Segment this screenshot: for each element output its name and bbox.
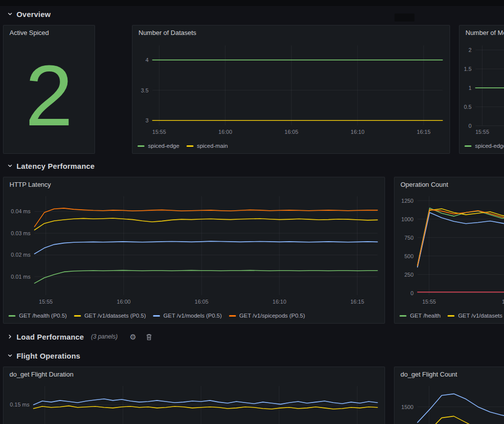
legend-item-get-v1-models-p0-5[interactable]: GET /v1/models (P0.5) — [153, 313, 222, 319]
y-tick-label: 3.5 — [141, 87, 148, 93]
legend-item-get-v1-spicepods-p0-5[interactable]: GET /v1/spicepods (P0.5) — [229, 313, 305, 319]
x-tick-label: 16:10 — [350, 129, 364, 135]
trash-icon[interactable] — [146, 333, 152, 341]
y-tick-label: 1 — [468, 85, 472, 91]
x-tick-label: 16:05 — [284, 129, 298, 135]
x-tick-label: 16:05 — [194, 299, 208, 305]
http_latency-canvas: 15:5516:0016:0516:1016:150.01 ms0.02 ms0… — [4, 191, 384, 308]
legend-http-latency: GET /health (P0.5)GET /v1/datasets (P0.5… — [8, 311, 384, 321]
section-label-flight: Flight Operations — [16, 352, 80, 360]
chart-http-latency[interactable]: 15:5516:0016:0516:1016:150.01 ms0.02 ms0… — [4, 191, 384, 308]
legend-item-get-v1-datasets-p0-5[interactable]: GET /v1/datasets (P0.5) — [74, 313, 146, 319]
panel-number-of-datasets: Number of Datasets 15:5516:0016:0516:101… — [132, 25, 450, 154]
legend-swatch — [8, 315, 16, 317]
series-line — [34, 399, 378, 405]
series-line — [418, 208, 504, 265]
chart-number-of-datasets[interactable]: 15:5516:0016:0516:1016:1533.54 — [132, 39, 450, 138]
section-row-overview[interactable]: Overview — [7, 7, 50, 20]
panel-http-latency: HTTP Latency 15:5516:0016:0516:1016:150.… — [3, 177, 385, 324]
section-panel-count: (3 panels) — [91, 333, 118, 340]
chart-do-get-flight-count[interactable]: 15:5516:0016:0516:1016:15050010001500 — [394, 381, 504, 424]
series-line — [34, 208, 378, 227]
top-right-artifact — [394, 13, 414, 21]
y-tick-label: 250 — [404, 272, 414, 278]
legend-label: GET /v1/datasets (P0.5) — [84, 313, 146, 319]
series-line — [418, 416, 504, 424]
legend-item-get-health-p0-5[interactable]: GET /health (P0.5) — [8, 313, 67, 319]
y-tick-label: 1250 — [402, 198, 414, 204]
datasets-canvas: 15:5516:0016:0516:1016:1533.54 — [132, 39, 450, 138]
series-line — [418, 394, 504, 423]
stat-value: 2 — [4, 37, 94, 153]
legend-label: GET /v1/datasets — [458, 313, 502, 319]
x-tick-label: 15:55 — [422, 299, 436, 305]
y-tick-label: 0.5 — [464, 104, 472, 110]
section-row-load[interactable]: Load Performance (3 panels) ⚙ — [7, 330, 152, 343]
legend-label: GET /health — [410, 313, 440, 319]
chevron-down-icon — [7, 11, 13, 17]
y-tick-label: 0.01 ms — [11, 274, 31, 280]
models-canvas: 15:5516:0016:0516:1016:1500.511.52 — [460, 39, 504, 138]
y-tick-label: 1000 — [402, 216, 414, 222]
panel-do-get-flight-count: do_get Flight Count 15:5516:0016:0516:10… — [394, 367, 504, 424]
legend-swatch — [400, 315, 406, 317]
legend-swatch — [448, 315, 454, 317]
panel-number-of-models: Number of Models 15:5516:0016:0516:1016:… — [459, 25, 504, 154]
legend-label: GET /health (P0.5) — [19, 313, 67, 319]
legend-item-get-v1-datasets[interactable]: GET /v1/datasets — [448, 313, 502, 319]
legend-label: GET /v1/models (P0.5) — [164, 313, 222, 319]
y-tick-label: 1.5 — [464, 66, 472, 72]
x-tick-label: 15:55 — [152, 129, 166, 135]
series-line — [34, 218, 378, 230]
legend-number-of-datasets: spiced-edgespiced-main — [138, 141, 450, 151]
section-label-load: Load Performance — [16, 333, 84, 341]
legend-swatch — [74, 315, 81, 317]
panel-title-do-get-flight-count[interactable]: do_get Flight Count — [394, 367, 504, 381]
y-tick-label: 750 — [404, 235, 414, 241]
y-tick-label: 0.04 ms — [11, 208, 31, 214]
top-bar — [0, 0, 504, 6]
grafana-dashboard: Overview Active Spiced 2 Number of Datas… — [0, 0, 504, 424]
legend-label: spiced-edge — [475, 143, 504, 149]
y-tick-label: 500 — [404, 253, 414, 259]
legend-item-spiced-edge[interactable]: spiced-edge — [138, 143, 180, 149]
y-tick-label: 0 — [410, 290, 414, 296]
chevron-right-icon — [7, 334, 13, 340]
series-line — [34, 241, 378, 254]
legend-label: spiced-main — [197, 143, 228, 149]
legend-swatch — [229, 315, 236, 317]
panel-title-operation-count[interactable]: Operation Count — [394, 177, 504, 191]
panel-title-number-of-models[interactable]: Number of Models — [460, 25, 504, 39]
y-tick-label: 0.02 ms — [11, 252, 31, 258]
legend-item-spiced-edge[interactable]: spiced-edge — [464, 143, 504, 149]
section-row-flight[interactable]: Flight Operations — [7, 349, 80, 362]
panel-active-spiced: Active Spiced 2 — [3, 25, 95, 154]
series-line — [418, 213, 504, 267]
panel-title-http-latency[interactable]: HTTP Latency — [4, 177, 384, 191]
legend-swatch — [464, 145, 472, 147]
y-tick-label: 0.15 ms — [10, 402, 30, 408]
y-tick-label: 0.03 ms — [11, 230, 31, 236]
panel-operation-count: Operation Count 15:5516:0016:0516:1016:1… — [394, 177, 504, 324]
panel-do-get-flight-duration: do_get Flight Duration 15:5516:0016:0516… — [3, 367, 385, 424]
chevron-down-icon — [7, 163, 13, 169]
gear-icon[interactable]: ⚙ — [130, 333, 136, 341]
chart-number-of-models[interactable]: 15:5516:0016:0516:1016:1500.511.52 — [460, 39, 504, 138]
section-label-latency: Latency Performance — [16, 162, 94, 170]
legend-item-spiced-main[interactable]: spiced-main — [186, 143, 228, 149]
x-tick-label: 16:00 — [117, 299, 131, 305]
chart-operation-count[interactable]: 15:5516:0016:0516:1016:15025050075010001… — [394, 191, 504, 308]
legend-item-get-health[interactable]: GET /health — [400, 313, 440, 319]
panel-title-do-get-flight-duration[interactable]: do_get Flight Duration — [4, 367, 384, 381]
x-tick-label: 16:10 — [272, 299, 286, 305]
chart-do-get-flight-duration[interactable]: 15:5516:0016:0516:1016:150.05 ms0.10 ms0… — [4, 381, 384, 424]
legend-number-of-models: spiced-edge — [464, 141, 504, 151]
panel-title-number-of-datasets[interactable]: Number of Datasets — [132, 25, 450, 39]
chevron-down-icon — [7, 353, 13, 359]
section-label-overview: Overview — [16, 10, 50, 18]
section-row-latency[interactable]: Latency Performance — [7, 159, 94, 172]
legend-swatch — [186, 145, 194, 147]
legend-label: GET /v1/spicepods (P0.5) — [240, 313, 305, 319]
y-tick-label: 3 — [146, 117, 148, 123]
legend-operation-count: GET /healthGET /v1/datasetsGET /v1/model… — [400, 311, 504, 321]
